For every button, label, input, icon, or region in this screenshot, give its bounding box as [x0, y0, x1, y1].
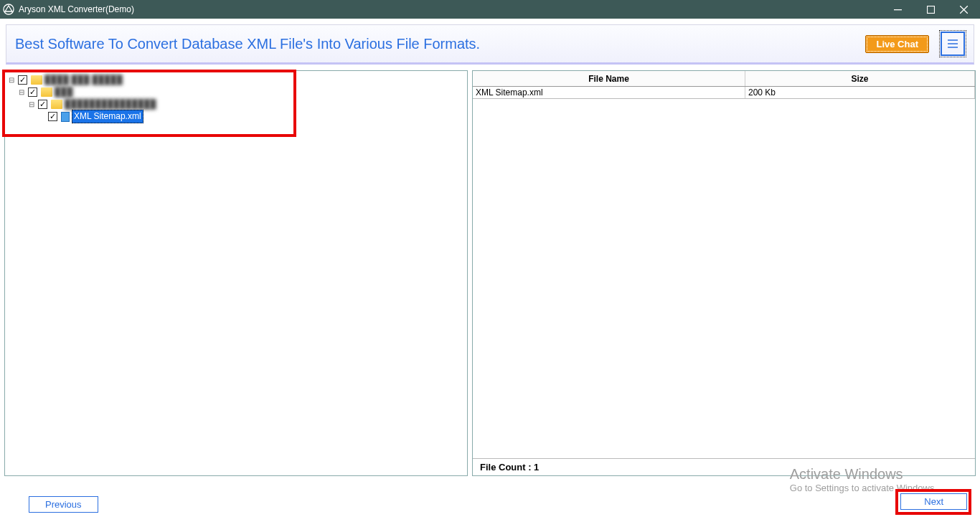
- collapse-icon[interactable]: ⊟: [27, 98, 37, 110]
- tree-panel: ⊟ ✓ ████ ███ █████ ⊟ ✓ ███ ⊟ ✓ █████████…: [4, 70, 468, 476]
- folder-icon: [41, 87, 52, 97]
- minimize-button[interactable]: [881, 0, 914, 19]
- previous-button[interactable]: Previous: [29, 496, 98, 513]
- live-chat-button[interactable]: Live Chat: [865, 35, 929, 53]
- tree-label: ███████████████: [65, 98, 156, 110]
- bottom-bar: Previous Next: [0, 493, 980, 518]
- file-count-label: File Count : 1: [473, 458, 975, 475]
- collapse-icon[interactable]: ⊟: [17, 86, 27, 98]
- window-controls: [881, 0, 980, 19]
- svg-rect-2: [927, 6, 934, 13]
- cell-file-name: XML Sitemap.xml: [473, 87, 745, 98]
- cell-size: 200 Kb: [745, 87, 975, 98]
- file-list-panel: File Name Size XML Sitemap.xml 200 Kb Fi…: [472, 70, 976, 476]
- window-title: Aryson XML Converter(Demo): [19, 4, 134, 14]
- tree-node-file[interactable]: ✓ XML Sitemap.xml: [6, 110, 466, 123]
- tree-label-selected: XML Sitemap.xml: [72, 110, 143, 123]
- next-button[interactable]: Next: [900, 493, 967, 510]
- watermark-line2: Go to Settings to activate Windows.: [790, 483, 937, 493]
- checkbox[interactable]: ✓: [28, 87, 37, 97]
- table-body: XML Sitemap.xml 200 Kb: [473, 87, 975, 458]
- banner-headline: Best Software To Convert Database XML Fi…: [15, 36, 480, 52]
- table-row[interactable]: XML Sitemap.xml 200 Kb: [473, 87, 975, 99]
- checkbox[interactable]: ✓: [18, 75, 27, 85]
- checkbox[interactable]: ✓: [38, 100, 47, 109]
- tree-node-root[interactable]: ⊟ ✓ ████ ███ █████: [6, 74, 466, 86]
- file-tree: ⊟ ✓ ████ ███ █████ ⊟ ✓ ███ ⊟ ✓ █████████…: [5, 71, 467, 125]
- svg-rect-1: [894, 9, 902, 10]
- hamburger-menu-button[interactable]: [941, 32, 965, 56]
- banner: Best Software To Convert Database XML Fi…: [6, 24, 974, 65]
- column-file-name[interactable]: File Name: [473, 71, 745, 86]
- column-size[interactable]: Size: [745, 71, 975, 86]
- close-button[interactable]: [947, 0, 980, 19]
- tree-node-level2[interactable]: ⊟ ✓ ███████████████: [6, 98, 466, 110]
- folder-icon: [31, 75, 42, 85]
- xml-file-icon: [61, 112, 70, 122]
- main-area: ⊟ ✓ ████ ███ █████ ⊟ ✓ ███ ⊟ ✓ █████████…: [0, 70, 980, 476]
- titlebar: Aryson XML Converter(Demo): [0, 0, 980, 19]
- tree-node-level1[interactable]: ⊟ ✓ ███: [6, 86, 466, 98]
- table-header: File Name Size: [473, 71, 975, 87]
- maximize-button[interactable]: [914, 0, 947, 19]
- banner-area: Best Software To Convert Database XML Fi…: [0, 19, 980, 70]
- folder-icon: [51, 100, 62, 109]
- app-icon: [3, 4, 14, 15]
- collapse-icon[interactable]: ⊟: [6, 74, 17, 86]
- checkbox[interactable]: ✓: [48, 112, 57, 121]
- tree-label: ████ ███ █████: [44, 74, 123, 86]
- tree-label: ███: [55, 86, 73, 98]
